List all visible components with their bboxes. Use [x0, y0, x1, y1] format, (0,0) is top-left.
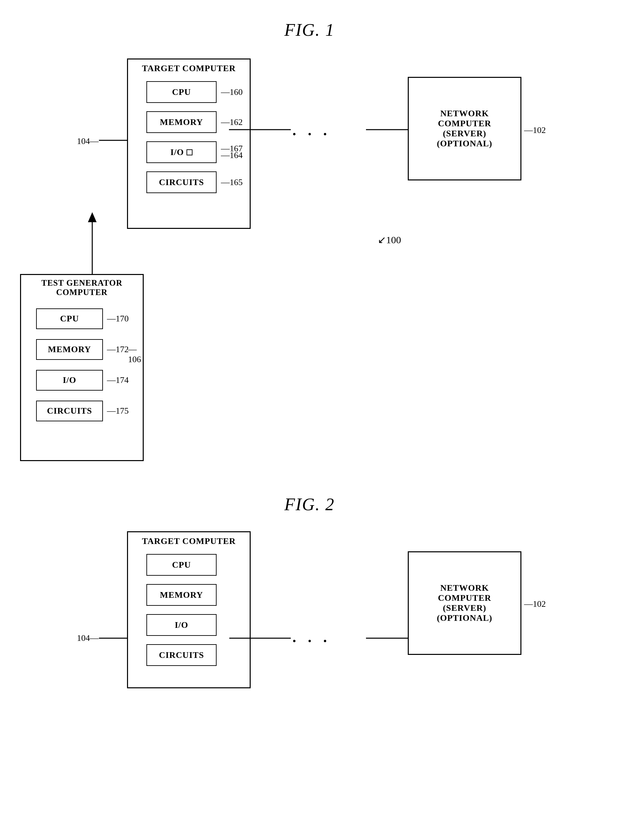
fig1-testgen-computer-box: TEST GENERATOR COMPUTER CPU —170 MEMORY …: [20, 274, 144, 461]
fig1-tc-memory-ref: —162: [221, 117, 243, 127]
fig1-target-computer-box: TARGET COMPUTER CPU —160 MEMORY —162 I/O…: [127, 58, 251, 229]
fig2-tc-circuits-box: CIRCUITS: [147, 644, 217, 666]
fig1-tg-io-box: I/O: [36, 370, 103, 391]
fig2-target-computer-box: TARGET COMPUTER CPU MEMORY I/O CIRCUITS: [127, 531, 251, 688]
fig1-title: FIG. 1: [0, 20, 619, 40]
fig1-testgen-label: TEST GENERATOR COMPUTER: [21, 278, 143, 297]
fig2-title: FIG. 2: [0, 494, 619, 514]
fig2-dots-connection: . . .: [293, 629, 331, 646]
page: FIG. 1 TARGET COMPUTER CPU —160 MEMORY —…: [0, 0, 619, 840]
fig1-dots-connection: . . .: [293, 122, 331, 139]
fig1-target-computer-label: TARGET COMPUTER: [128, 64, 250, 73]
fig1-ref-100: ↙100: [378, 234, 401, 246]
fig1-tg-cpu-box: CPU: [36, 309, 103, 329]
fig1-ref-102: —102: [524, 125, 546, 135]
fig1-tg-memory-box: MEMORY: [36, 339, 103, 360]
fig1-tc-io-box: I/O: [147, 141, 217, 163]
fig1-network-computer-box: NETWORK COMPUTER (SERVER) (OPTIONAL): [408, 77, 522, 181]
fig1-tc-cpu-ref: —160: [221, 87, 243, 97]
fig2-tc-io-box: I/O: [147, 614, 217, 636]
fig1-ref-106: —106: [128, 345, 143, 364]
fig1-ref-104: 104—: [77, 136, 99, 146]
fig1-tg-circuits-ref: —175: [107, 406, 129, 416]
fig2-ref-104: 104—: [77, 633, 99, 643]
fig2-tc-cpu-box: CPU: [147, 554, 217, 576]
fig1-tc-cpu-box: CPU: [147, 81, 217, 103]
fig1-tc-circuits-box: CIRCUITS: [147, 172, 217, 193]
fig1-tc-memory-box: MEMORY: [147, 111, 217, 133]
fig1-tc-circuits-ref: —165: [221, 178, 243, 188]
fig1-tg-memory-ref: —172: [107, 345, 129, 355]
fig1-tg-io-ref: —174: [107, 375, 129, 385]
fig1-tg-circuits-box: CIRCUITS: [36, 401, 103, 421]
fig1-network-computer-label: NETWORK COMPUTER (SERVER) (OPTIONAL): [437, 109, 492, 149]
fig1-tc-io-small-square: [187, 149, 193, 155]
fig2-network-computer-box: NETWORK COMPUTER (SERVER) (OPTIONAL): [408, 551, 522, 655]
fig2-ref-102: —102: [524, 599, 546, 609]
fig1-tg-cpu-ref: —170: [107, 314, 129, 324]
fig2-tc-memory-box: MEMORY: [147, 584, 217, 606]
svg-marker-3: [88, 212, 97, 222]
fig2-network-computer-label: NETWORK COMPUTER (SERVER) (OPTIONAL): [437, 583, 492, 623]
fig2-target-computer-label: TARGET COMPUTER: [128, 536, 250, 546]
fig1-tc-io-ref-164: —164: [221, 150, 243, 160]
